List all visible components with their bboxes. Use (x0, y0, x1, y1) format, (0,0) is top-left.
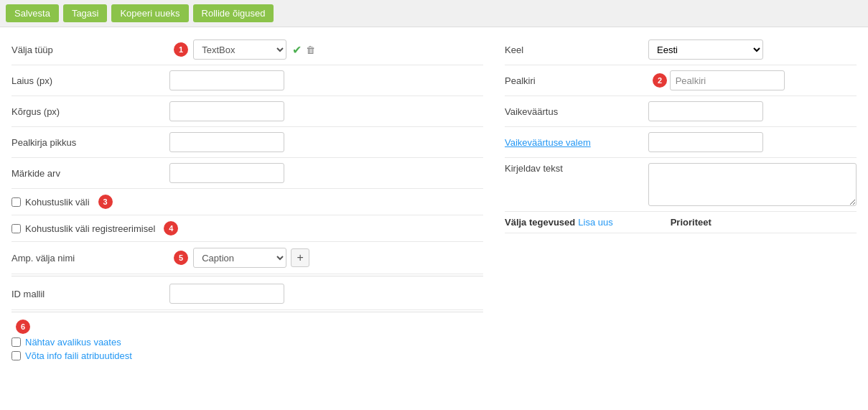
main-content: Välja tüüp 1 TextBox TextArea Checkbox S… (0, 27, 868, 374)
field-actions-label: Välja tegevused (505, 217, 575, 228)
height-row: Kõrgus (px) 0 (11, 96, 483, 127)
width-row: Laius (px) 400 (11, 65, 483, 96)
mark-count-row: Märkide arv 0 (11, 158, 483, 189)
id-label: ID mallil (11, 289, 169, 299)
divider-2 (11, 312, 483, 312)
lang-label: Keel (505, 45, 648, 55)
formula-row: Vaikeväärtuse valem (505, 127, 857, 158)
toolbar: Salvesta Tagasi Kopeeri uueks Rollide õi… (0, 0, 868, 27)
file-attr-link[interactable]: Võta info faili atribuutidest (25, 350, 132, 361)
file-attr-checkbox[interactable] (11, 351, 21, 360)
divider-1 (11, 276, 483, 276)
title-length-row: Pealkirja pikkus 150 (11, 127, 483, 158)
trash-icon[interactable]: 🗑 (306, 45, 315, 55)
title-row: Pealkiri 2 (505, 65, 857, 96)
roles-button[interactable]: Rollide õigused (193, 4, 274, 22)
required-checkbox[interactable] (11, 197, 21, 207)
visible-link[interactable]: Nähtav avalikus vaates (25, 337, 121, 348)
title-length-label: Pealkirja pikkus (11, 137, 169, 148)
amp-select[interactable]: Caption Title Name Value (193, 248, 286, 268)
required-reg-row: Kohustuslik väli registreerimisel 4 (11, 215, 483, 242)
desc-row: Kirjeldav tekst (505, 158, 857, 212)
width-label: Laius (px) (11, 75, 169, 86)
desc-label: Kirjeldav tekst (505, 163, 648, 174)
file-attr-row: Võta info faili atribuutidest (11, 350, 483, 361)
amp-add-button[interactable]: + (291, 248, 309, 267)
default-label: Vaikeväärtus (505, 106, 648, 117)
formula-label: Vaikeväärtuse valem (505, 137, 648, 148)
title-length-input[interactable]: 150 (169, 132, 284, 152)
id-input[interactable]: Caption (169, 284, 284, 304)
required-reg-checkbox[interactable] (11, 224, 21, 233)
add-new-link[interactable]: Lisa uus (578, 217, 612, 228)
amp-row: Amp. välja nimi 5 Caption Title Name Val… (11, 242, 483, 274)
visible-checkbox[interactable] (11, 337, 21, 347)
badge-3: 3 (98, 195, 113, 209)
required-label: Kohustuslik väli (25, 197, 90, 208)
field-actions-row: Välja tegevused Lisa uus Prioriteet (505, 212, 857, 233)
left-panel: Välja tüüp 1 TextBox TextArea Checkbox S… (11, 34, 498, 367)
field-type-row: Välja tüüp 1 TextBox TextArea Checkbox S… (11, 34, 483, 65)
check-icon: ✔ (292, 43, 302, 57)
lang-select[interactable]: Eesti English Russian (648, 39, 763, 60)
desc-textarea[interactable] (648, 163, 857, 206)
save-button[interactable]: Salvesta (6, 4, 59, 22)
title-input[interactable] (670, 70, 785, 90)
height-input[interactable]: 0 (169, 101, 284, 121)
height-label: Kõrgus (px) (11, 106, 169, 117)
badge-4: 4 (164, 221, 178, 236)
visible-row: Nähtav avalikus vaates (11, 337, 483, 348)
visibility-section: 6 Nähtav avalikus vaates Võta info faili… (11, 314, 483, 367)
width-input[interactable]: 400 (169, 70, 284, 90)
required-reg-label: Kohustuslik väli registreerimisel (25, 223, 155, 234)
badge-5: 5 (174, 251, 188, 265)
badge-6: 6 (16, 320, 30, 334)
formula-link[interactable]: Vaikeväärtuse valem (505, 137, 591, 148)
back-button[interactable]: Tagasi (63, 4, 108, 22)
field-type-select[interactable]: TextBox TextArea Checkbox Select Date (193, 39, 286, 60)
badge-2: 2 (653, 73, 667, 88)
field-type-label: Välja tüüp (11, 45, 169, 55)
lang-row: Keel Eesti English Russian (505, 34, 857, 65)
required-row: Kohustuslik väli 3 (11, 189, 483, 215)
default-row: Vaikeväärtus (505, 96, 857, 127)
formula-input[interactable] (648, 132, 763, 152)
priority-label: Prioriteet (671, 217, 711, 228)
right-panel: Keel Eesti English Russian Pealkiri 2 Va… (498, 34, 857, 367)
id-row: ID mallil Caption (11, 278, 483, 310)
mark-count-input[interactable]: 0 (169, 163, 284, 183)
badge-1: 1 (174, 42, 188, 57)
mark-count-label: Märkide arv (11, 168, 169, 179)
amp-label: Amp. välja nimi (11, 253, 169, 264)
copy-button[interactable]: Kopeeri uueks (111, 4, 188, 22)
default-input[interactable] (648, 101, 763, 121)
title-label: Pealkiri (505, 75, 648, 86)
